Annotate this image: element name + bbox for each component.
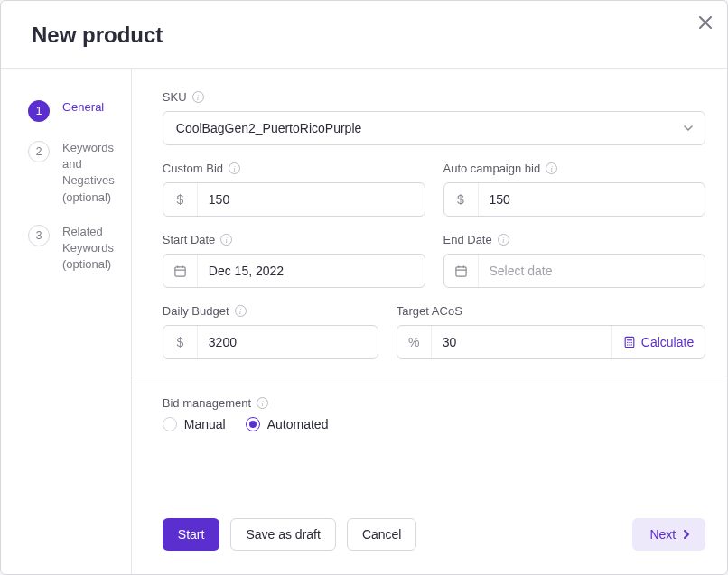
wizard-sidebar: 1 General 2 Keywords and Negatives (opti… — [1, 69, 132, 574]
info-icon[interactable]: i — [546, 162, 557, 174]
cancel-button[interactable]: Cancel — [347, 518, 417, 551]
step-number: 2 — [28, 141, 50, 162]
next-label: Next — [649, 527, 676, 542]
custom-bid-input-group: $ — [163, 182, 425, 217]
start-date-label: Start Date — [163, 233, 216, 246]
radio-label: Automated — [267, 417, 329, 431]
radio-icon — [246, 417, 260, 431]
svg-rect-0 — [175, 266, 185, 275]
calendar-icon — [163, 255, 198, 287]
step-label: General — [62, 99, 104, 116]
currency-prefix: $ — [444, 183, 479, 216]
auto-bid-label: Auto campaign bid — [443, 162, 541, 175]
svg-point-5 — [630, 342, 631, 343]
target-acos-label: Target ACoS — [397, 304, 462, 318]
close-button[interactable] — [696, 14, 714, 32]
calendar-icon — [444, 255, 479, 287]
calculate-button[interactable]: Calculate — [611, 326, 705, 358]
bid-mgmt-radio-group: Manual Automated — [163, 417, 705, 431]
divider — [132, 376, 728, 376]
info-icon[interactable]: i — [229, 162, 240, 174]
chevron-down-icon — [683, 123, 694, 134]
svg-point-3 — [627, 342, 628, 343]
form-area: SKU i CoolBagGen2_PuertoRicoPurple Custo… — [132, 69, 728, 500]
calculator-icon — [623, 336, 636, 348]
end-date-input[interactable] — [479, 255, 705, 287]
svg-point-4 — [629, 342, 630, 343]
info-icon[interactable]: i — [235, 305, 247, 317]
step-number: 1 — [28, 100, 50, 122]
bid-mgmt-automated[interactable]: Automated — [246, 417, 329, 431]
close-icon — [699, 16, 712, 29]
info-icon[interactable]: i — [192, 91, 204, 103]
auto-bid-input-group: $ — [443, 182, 706, 217]
step-label: Keywords and Negatives (optional) — [62, 140, 115, 206]
svg-rect-1 — [455, 266, 465, 275]
sku-select[interactable]: CoolBagGen2_PuertoRicoPurple — [163, 111, 705, 145]
step-number: 3 — [28, 225, 50, 246]
custom-bid-input[interactable] — [198, 183, 425, 216]
modal-footer: Start Save as draft Cancel Next — [132, 500, 728, 574]
target-acos-input[interactable] — [432, 326, 611, 358]
chevron-right-icon — [681, 529, 692, 540]
end-date-picker[interactable] — [443, 254, 706, 288]
start-date-picker[interactable] — [163, 254, 425, 288]
save-draft-button[interactable]: Save as draft — [230, 518, 336, 551]
auto-bid-input[interactable] — [479, 183, 705, 216]
start-button[interactable]: Start — [163, 518, 220, 551]
currency-prefix: $ — [163, 183, 198, 216]
step-related-keywords[interactable]: 3 Related Keywords (optional) — [28, 215, 131, 283]
info-icon[interactable]: i — [498, 234, 509, 246]
end-date-label: End Date — [443, 233, 492, 246]
currency-prefix: $ — [163, 326, 198, 358]
svg-point-6 — [627, 344, 628, 345]
calculate-label: Calculate — [641, 335, 694, 349]
step-general[interactable]: 1 General — [28, 90, 131, 131]
info-icon[interactable]: i — [220, 234, 232, 246]
target-acos-input-group: % Calculate — [397, 325, 705, 359]
sku-value: CoolBagGen2_PuertoRicoPurple — [176, 121, 361, 135]
next-button[interactable]: Next — [632, 518, 705, 551]
daily-budget-input[interactable] — [198, 326, 378, 358]
modal-header: New product — [1, 1, 727, 69]
modal-title: New product — [32, 23, 163, 48]
custom-bid-label: Custom Bid — [163, 162, 223, 175]
step-label: Related Keywords (optional) — [62, 224, 115, 274]
info-icon[interactable]: i — [257, 397, 268, 409]
new-product-modal: New product 1 General 2 Keywords and Neg… — [0, 0, 728, 575]
sku-label: SKU — [163, 90, 187, 104]
radio-label: Manual — [184, 417, 226, 431]
radio-icon — [163, 417, 177, 431]
daily-budget-label: Daily Budget — [163, 304, 229, 318]
bid-mgmt-label: Bid management — [163, 396, 251, 410]
svg-point-7 — [629, 344, 630, 345]
bid-mgmt-manual[interactable]: Manual — [163, 417, 226, 431]
percent-prefix: % — [397, 326, 432, 358]
svg-point-8 — [630, 344, 631, 345]
step-keywords[interactable]: 2 Keywords and Negatives (optional) — [28, 131, 131, 215]
daily-budget-input-group: $ — [163, 325, 378, 359]
start-date-input[interactable] — [198, 255, 425, 287]
